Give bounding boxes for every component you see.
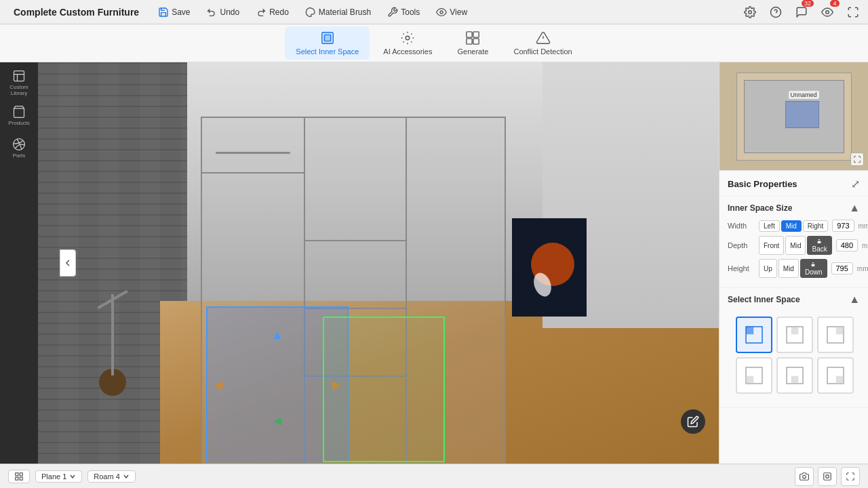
space-cell-front-left[interactable]: [736, 317, 772, 353]
inner-space-collapse[interactable]: ▲: [849, 202, 860, 214]
svg-point-36: [803, 475, 806, 479]
custom-library-icon[interactable]: CustomLibrary: [4, 68, 34, 98]
depth-label: Depth: [728, 241, 755, 249]
viewport[interactable]: ▲ ◀ ▶ ◀: [38, 62, 719, 464]
app-title: Complete Custom Furniture: [14, 7, 139, 18]
expand-icon-button[interactable]: [844, 3, 863, 22]
svg-point-1: [749, 10, 752, 14]
basic-properties-header: Basic Properties ⤢: [719, 171, 868, 197]
depth-front-button[interactable]: Front: [759, 236, 784, 255]
top-bar-actions: Save Undo Redo Material Brush Tools View: [153, 5, 473, 20]
width-label: Width: [728, 222, 755, 230]
svg-point-0: [440, 11, 443, 14]
space-grid: [728, 311, 860, 402]
svg-point-4: [826, 10, 829, 14]
conflict-detection-button[interactable]: Conflict Detection: [502, 26, 583, 60]
svg-rect-33: [20, 472, 22, 475]
shelf-2: [304, 240, 406, 241]
view-badge: 4: [830, 0, 840, 7]
space-cell-back-mid[interactable]: [776, 357, 813, 394]
height-mid-button[interactable]: Mid: [778, 259, 799, 278]
select-inner-space-group: Select Inner Space ▲: [719, 288, 868, 408]
height-down-button[interactable]: Down: [800, 259, 827, 278]
floor-lamp: [92, 287, 133, 396]
select-inner-space-header: Select Inner Space ▲: [728, 293, 860, 306]
arrow-diag: ◀: [273, 414, 281, 427]
parts-icon[interactable]: Parts: [4, 133, 34, 163]
height-up-button[interactable]: Up: [759, 259, 777, 278]
minimap-view: Unnamed: [736, 73, 852, 161]
roam-button[interactable]: Roam 4: [87, 470, 136, 483]
bottom-right-buttons: [795, 467, 860, 486]
message-badge: 32: [802, 0, 814, 7]
left-sidebar: CustomLibrary Products Parts: [0, 62, 38, 464]
minimap: Unnamed: [719, 62, 868, 171]
fullscreen-button[interactable]: [841, 467, 860, 486]
settings-icon-button[interactable]: [741, 3, 760, 22]
width-row: Width Left Mid Right 973 mm: [728, 220, 860, 232]
svg-rect-27: [746, 376, 753, 384]
grid-button[interactable]: [8, 470, 30, 483]
collapse-panel-arrow[interactable]: [60, 249, 76, 277]
products-icon[interactable]: Products: [4, 100, 34, 130]
svg-rect-10: [467, 39, 472, 44]
depth-btn-group: Front Mid Back: [759, 236, 832, 255]
width-mid-button[interactable]: Mid: [781, 220, 802, 232]
help-icon-button[interactable]: [766, 3, 785, 22]
space-cell-front-mid[interactable]: [776, 317, 813, 353]
width-right-button[interactable]: Right: [803, 220, 828, 232]
svg-rect-37: [824, 472, 831, 480]
tools-button[interactable]: Tools: [382, 5, 425, 20]
depth-back-button[interactable]: Back: [807, 236, 831, 255]
view-badge-button[interactable]: 4: [818, 3, 837, 22]
minimap-expand-button[interactable]: [850, 152, 864, 166]
svg-rect-11: [473, 39, 479, 44]
svg-rect-35: [20, 477, 22, 480]
right-panel: Unnamed Basic Properties ⤢ Inner Space S…: [719, 62, 868, 464]
svg-rect-34: [16, 477, 18, 480]
inner-space-size-title: Inner Space Size: [728, 203, 792, 213]
svg-point-38: [826, 474, 829, 478]
minimap-label: Unnamed: [789, 91, 819, 99]
width-value: 973: [832, 220, 854, 232]
ai-accessories-button[interactable]: AI Accessories: [372, 26, 443, 60]
screenshot-button[interactable]: [818, 467, 837, 486]
svg-rect-9: [473, 32, 479, 37]
generate-button[interactable]: Generate: [446, 26, 500, 60]
height-btn-group: Up Mid Down: [759, 259, 827, 278]
depth-value: 480: [836, 239, 858, 251]
height-row: Height Up Mid Down 795 mm: [728, 259, 860, 278]
edit-floating-button[interactable]: [681, 409, 705, 434]
height-unit: mm: [857, 265, 868, 272]
space-cell-front-right[interactable]: [817, 317, 854, 353]
depth-row: Depth Front Mid Back 480 mm: [728, 236, 860, 255]
select-inner-space-collapse[interactable]: ▲: [849, 293, 860, 306]
undo-button[interactable]: Undo: [201, 5, 245, 20]
inner-space-size-header: Inner Space Size ▲: [728, 202, 860, 214]
height-value: 795: [831, 262, 853, 274]
width-left-button[interactable]: Left: [759, 220, 780, 232]
material-brush-button[interactable]: Material Brush: [300, 5, 376, 20]
basic-properties-expand[interactable]: ⤢: [851, 178, 860, 190]
plane-button[interactable]: Plane 1: [35, 470, 82, 483]
redo-button[interactable]: Redo: [250, 5, 294, 20]
minimap-marker: [785, 101, 819, 128]
bottom-bar: Plane 1 Roam 4: [0, 464, 868, 488]
top-bar: Complete Custom Furniture Save Undo Redo…: [0, 0, 868, 24]
minimap-room: Unnamed: [744, 80, 844, 153]
space-cell-back-left[interactable]: [736, 357, 772, 394]
select-inner-space-button[interactable]: Select Inner Space: [285, 26, 370, 60]
messages-icon-button[interactable]: 32: [792, 3, 811, 22]
svg-rect-25: [836, 327, 844, 334]
height-label: Height: [728, 264, 755, 272]
main-content: CustomLibrary Products Parts: [0, 62, 868, 464]
svg-rect-32: [16, 472, 18, 475]
camera-button[interactable]: [795, 467, 814, 486]
save-button[interactable]: Save: [153, 5, 195, 20]
view-button[interactable]: View: [431, 5, 473, 20]
shelf-1: [202, 172, 304, 174]
svg-rect-29: [791, 376, 799, 384]
depth-mid-button[interactable]: Mid: [785, 236, 806, 255]
space-cell-back-right[interactable]: [817, 357, 854, 394]
svg-rect-8: [467, 32, 472, 37]
